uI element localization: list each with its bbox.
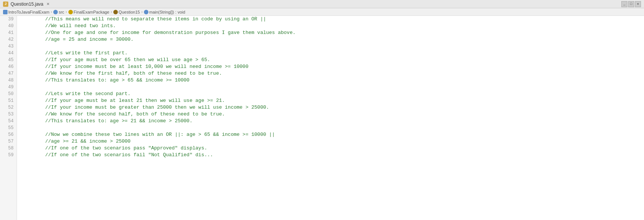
code-container: 3940414243444546474849505152535455565758… [0,16,644,220]
editor-window: J Question15.java ✕ _ □ ✕ IntroToJavaFin… [0,0,644,220]
line-number: 59 [3,152,14,158]
tab-close-icon[interactable]: ✕ [46,2,49,6]
code-text: //If your age must be at least 21 then w… [22,97,225,104]
line-number: 53 [3,111,14,118]
code-line: //age >= 21 && income > 25000 [22,138,644,145]
code-content[interactable]: //This means we will need to separate th… [17,16,644,220]
line-number: 40 [3,23,14,29]
minimize-button[interactable]: _ [621,1,627,7]
code-text: //This translates to: age > 65 && income… [22,77,190,84]
line-number: 54 [3,118,14,125]
code-line: //If your age must be over 65 then we wi… [22,57,644,63]
title-bar: J Question15.java ✕ _ □ ✕ [0,0,644,8]
code-line: //We know for the first half, both of th… [22,70,644,77]
breadcrumb-class[interactable]: Question15 [119,10,140,14]
code-line: //This translates to: age >= 21 && incom… [22,118,644,125]
code-line: //If your income must be at least 10,000… [22,63,644,70]
close-button[interactable]: ✕ [635,1,641,7]
breadcrumb-project[interactable]: IntroToJavaFinalExam [8,10,49,14]
code-line: //Now we combine these two lines with an… [22,131,644,138]
line-number: 44 [3,50,14,57]
line-number: 58 [3,145,14,152]
code-line: //We will need two ints. [22,23,644,29]
breadcrumb-src[interactable]: src [59,10,64,14]
src-icon [53,10,58,14]
code-line: //This translates to: age > 65 && income… [22,77,644,84]
code-text: //age >= 21 && income > 25000 [22,138,131,145]
line-numbers-gutter: 3940414243444546474849505152535455565758… [0,16,17,220]
code-line: //age = 25 and income = 30000. [22,36,644,43]
code-line: //This means we will need to separate th… [22,16,644,23]
line-number: 39 [3,16,14,23]
line-number: 47 [3,70,14,77]
line-number: 49 [3,84,14,91]
code-text: //If your age must be over 65 then we wi… [22,57,210,63]
line-number: 56 [3,131,14,138]
code-line [22,43,644,50]
line-number: 41 [3,29,14,36]
code-text: //We will need two ints. [22,23,116,29]
line-number: 57 [3,138,14,145]
code-line [22,125,644,131]
code-text: //This translates to: age >= 21 && incom… [22,118,192,125]
project-icon [3,10,8,14]
editor-area[interactable]: 3940414243444546474849505152535455565758… [0,16,644,220]
code-text: //If your income must be at least 10,000… [22,63,249,70]
line-number: 43 [3,43,14,50]
code-text: //We know for the first half, both of th… [22,70,222,77]
code-text: //If your income must be greater than 25… [22,104,269,111]
line-number: 42 [3,36,14,43]
code-line: //We know for the second half, both of t… [22,111,644,118]
tab-title[interactable]: Question15.java [11,2,43,7]
line-number: 45 [3,57,14,63]
code-text: //Lets write the first part. [22,50,128,57]
code-text: //age = 25 and income = 30000. [22,36,133,43]
code-text: //If one of the two scenarios pass "Appr… [22,145,207,152]
code-line: //One for age and one for income for dem… [22,29,644,36]
line-number: 55 [3,125,14,131]
code-line [22,84,644,91]
code-line: //If one of the two scenarios fail "Not … [22,152,644,158]
file-icon: J [3,2,8,7]
breadcrumb: IntroToJavaFinalExam › src › FinalExamPa… [0,8,644,16]
maximize-button[interactable]: □ [628,1,634,7]
code-line: //If your income must be greater than 25… [22,104,644,111]
breadcrumb-method[interactable]: main(String[]) : void [149,10,185,14]
line-number: 51 [3,97,14,104]
code-line: //Lets write the first part. [22,50,644,57]
code-text: //This means we will need to separate th… [22,16,266,23]
line-number: 46 [3,63,14,70]
method-icon [144,10,148,14]
code-line: //Lets write the second part. [22,91,644,97]
code-text: //If one of the two scenarios fail "Not … [22,152,213,158]
code-line: //If one of the two scenarios pass "Appr… [22,145,644,152]
class-icon [113,10,118,14]
code-text: //Lets write the second part. [22,91,131,97]
code-text: //One for age and one for income for dem… [22,29,296,36]
line-number: 52 [3,104,14,111]
window-controls: _ □ ✕ [621,1,641,7]
breadcrumb-package[interactable]: FinalExamPackage [74,10,110,14]
line-number: 50 [3,91,14,97]
code-text: //We know for the second half, both of t… [22,111,225,118]
package-icon [68,10,73,14]
code-text: //Now we combine these two lines with an… [22,131,275,138]
line-number: 48 [3,77,14,84]
code-line: //If your age must be at least 21 then w… [22,97,644,104]
